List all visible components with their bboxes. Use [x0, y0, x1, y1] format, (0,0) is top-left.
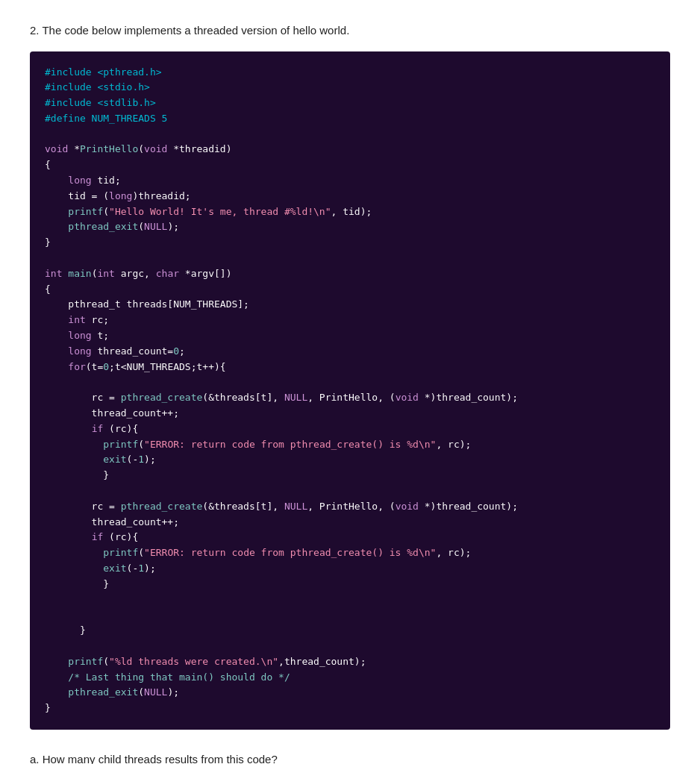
sub-question-a: a. How many child threads results from t… [30, 751, 670, 764]
question-header: 2. The code below implements a threaded … [30, 22, 670, 40]
code-block: #include <pthread.h> #include <stdio.h> … [30, 51, 670, 730]
